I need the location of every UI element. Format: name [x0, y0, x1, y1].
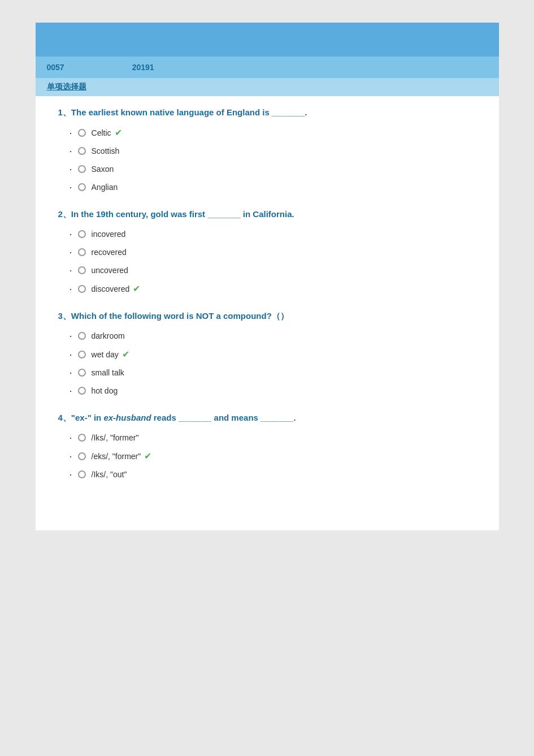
radio-icon[interactable]: [78, 129, 86, 137]
bullet: ·: [70, 182, 72, 192]
radio-icon[interactable]: [78, 452, 86, 460]
question-3-option-1: · darkroom: [58, 331, 476, 341]
question-3-option-3: · small talk: [58, 368, 476, 378]
option-label: Scottish: [92, 146, 120, 155]
question-1-option-2: · Scottish: [58, 146, 476, 156]
option-label: incovered: [92, 230, 126, 239]
radio-icon[interactable]: [78, 183, 86, 191]
option-label: discovered: [92, 284, 130, 293]
bullet: ·: [70, 229, 72, 239]
bullet: ·: [70, 284, 72, 294]
question-1-option-1: · Celtic ✔: [58, 127, 476, 138]
checkmark-icon: ✔: [133, 283, 140, 294]
radio-icon[interactable]: [78, 248, 86, 256]
question-3-option-4: · hot dog: [58, 386, 476, 396]
question-1: 1、The earliest known native language of …: [58, 107, 476, 192]
bullet: ·: [70, 128, 72, 138]
option-label: /Iks/, "out": [92, 470, 127, 479]
bullet: ·: [70, 331, 72, 341]
radio-icon[interactable]: [78, 369, 86, 377]
header-row: 0057 20191: [36, 57, 499, 78]
option-label: recovered: [92, 248, 127, 257]
question-1-option-3: · Saxon: [58, 164, 476, 174]
bullet: ·: [70, 247, 72, 257]
question-3: 3、Which of the following word is NOT a c…: [58, 311, 476, 396]
header-code: 0057: [47, 63, 64, 72]
question-4-text: 4、"ex-" in ex-husband reads _______ and …: [58, 413, 476, 424]
question-4-option-1: · /Iks/, "former": [58, 433, 476, 443]
radio-icon[interactable]: [78, 230, 86, 238]
radio-icon[interactable]: [78, 434, 86, 442]
question-2-text: 2、In the 19th century, gold was first __…: [58, 209, 476, 220]
question-3-option-2: · wet day ✔: [58, 349, 476, 360]
checkmark-icon: ✔: [122, 349, 129, 360]
bullet: ·: [70, 386, 72, 396]
bullet: ·: [70, 146, 72, 156]
option-label: /Iks/, "former": [92, 433, 139, 442]
page-container: 0057 20191 单项选择题 1、The earliest known na…: [36, 23, 499, 530]
question-4-option-2: · /eks/, "former" ✔: [58, 451, 476, 461]
option-label: small talk: [92, 368, 124, 377]
option-label: wet day: [92, 350, 119, 359]
radio-icon[interactable]: [78, 165, 86, 173]
header-top: [36, 23, 499, 57]
content-area: 1、The earliest known native language of …: [36, 96, 499, 508]
option-label: darkroom: [92, 331, 125, 340]
option-label: hot dog: [92, 386, 118, 395]
bullet: ·: [70, 164, 72, 174]
question-2-option-1: · incovered: [58, 229, 476, 239]
bullet: ·: [70, 469, 72, 479]
radio-icon[interactable]: [78, 147, 86, 155]
radio-icon[interactable]: [78, 266, 86, 274]
bullet: ·: [70, 433, 72, 443]
option-label: Saxon: [92, 165, 114, 174]
question-2: 2、In the 19th century, gold was first __…: [58, 209, 476, 294]
option-label: uncovered: [92, 266, 128, 275]
radio-icon[interactable]: [78, 285, 86, 293]
radio-icon[interactable]: [78, 332, 86, 340]
question-2-option-4: · discovered ✔: [58, 283, 476, 294]
option-label: /eks/, "former": [92, 452, 141, 461]
checkmark-icon: ✔: [115, 127, 122, 138]
section-title-bar: 单项选择题: [36, 78, 499, 96]
question-3-text: 3、Which of the following word is NOT a c…: [58, 311, 476, 322]
radio-icon[interactable]: [78, 351, 86, 358]
radio-icon[interactable]: [78, 387, 86, 395]
bullet: ·: [70, 451, 72, 461]
header-id: 20191: [132, 63, 154, 72]
checkmark-icon: ✔: [144, 451, 151, 461]
question-2-option-2: · recovered: [58, 247, 476, 257]
option-label: Celtic: [92, 128, 111, 137]
question-4: 4、"ex-" in ex-husband reads _______ and …: [58, 413, 476, 479]
option-label: Anglian: [92, 183, 118, 192]
question-1-option-4: · Anglian: [58, 182, 476, 192]
bullet: ·: [70, 349, 72, 360]
radio-icon[interactable]: [78, 470, 86, 478]
question-4-option-3: · /Iks/, "out": [58, 469, 476, 479]
question-2-option-3: · uncovered: [58, 265, 476, 275]
bullet: ·: [70, 265, 72, 275]
bullet: ·: [70, 368, 72, 378]
question-1-text: 1、The earliest known native language of …: [58, 107, 476, 118]
section-title: 单项选择题: [47, 82, 86, 92]
